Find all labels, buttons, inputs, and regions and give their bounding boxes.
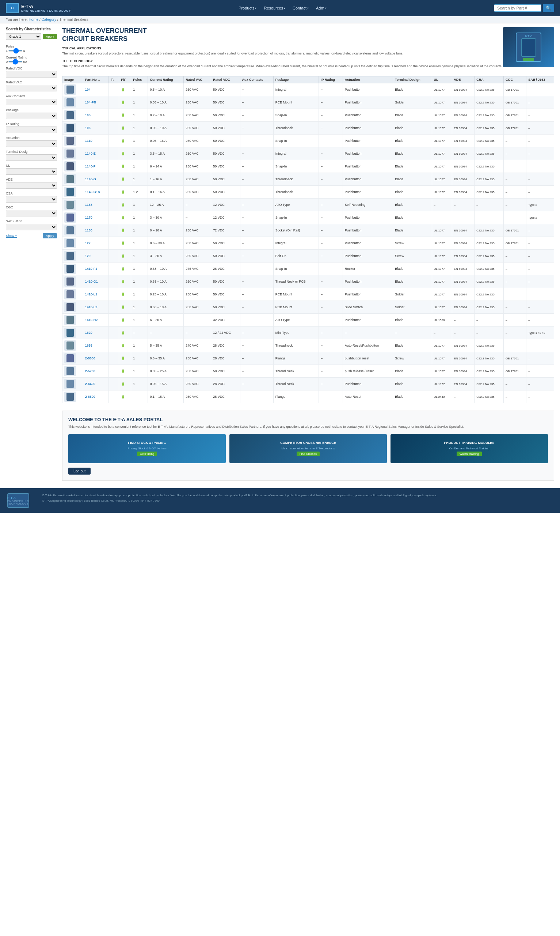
cell-package: ATO Type xyxy=(273,314,318,327)
cgc-select[interactable] xyxy=(6,210,57,216)
part-number-link[interactable]: 1410-F1 xyxy=(85,267,97,271)
get-pricing-button[interactable]: Get Pricing xyxy=(137,452,157,456)
cell-package: Integral xyxy=(273,83,318,96)
sidebar-actuation-section: Actuation xyxy=(6,136,57,147)
cell-ul: – xyxy=(432,327,452,339)
part-number-link[interactable]: 104-PR xyxy=(85,100,97,104)
part-number-link[interactable]: 127 xyxy=(85,241,91,245)
ip-rating-select[interactable] xyxy=(6,126,57,133)
part-number-link[interactable]: 1410-L2 xyxy=(85,305,97,309)
part-number-link[interactable]: 1110 xyxy=(85,139,92,143)
cell-image xyxy=(63,288,83,301)
poles-slider[interactable] xyxy=(8,50,22,52)
table-row: 1410-L2 🔋 1 0.63 – 10 A 250 VAC 50 VDC –… xyxy=(63,301,554,314)
table-row: 105 🔋 1 0.2 – 10 A 250 VAC 50 VDC – Snap… xyxy=(63,109,554,122)
part-number-link[interactable]: 2-6400 xyxy=(85,382,95,386)
vde-select[interactable] xyxy=(6,182,57,189)
sae-select[interactable] xyxy=(6,224,57,230)
part-number-link[interactable]: 1410-L1 xyxy=(85,293,97,296)
part-number-link[interactable]: 2-6500 xyxy=(85,395,95,399)
product-thumbnail xyxy=(64,161,76,171)
page-title: THERMAL OVERCURRENT CIRCUIT BREAKERS xyxy=(62,27,503,43)
part-number-link[interactable]: 1180 xyxy=(85,228,92,232)
current-slider[interactable] xyxy=(8,61,22,63)
rated-vac-select[interactable] xyxy=(6,85,57,91)
actuation-select[interactable] xyxy=(6,140,57,147)
part-number-link[interactable]: 104 xyxy=(85,88,91,91)
part-number-link[interactable]: 1658 xyxy=(85,344,92,347)
find-crosses-button[interactable]: Find Crosses xyxy=(297,452,320,456)
part-number-link[interactable]: 1140-F xyxy=(85,165,96,168)
part-number-link[interactable]: 1170 xyxy=(85,216,92,219)
cell-actuation: push release / reset xyxy=(343,365,393,378)
cell-sae: Type 1 / 2 / 3 xyxy=(526,327,554,339)
show-more-link[interactable]: Show + xyxy=(6,234,17,237)
cell-part-no: 1140-F xyxy=(83,160,109,173)
cell-cra: C22.2 No 235 xyxy=(474,339,504,352)
apply-grade-button[interactable]: Apply xyxy=(43,34,57,39)
cell-vdc: 50 VDC xyxy=(211,275,240,288)
product-thumbnail xyxy=(64,264,76,274)
apply-filters-button[interactable]: Apply xyxy=(43,233,57,238)
cell-package: Snap-In xyxy=(273,134,318,147)
terminal-select[interactable] xyxy=(6,154,57,161)
cell-aux: – xyxy=(240,352,273,365)
aux-contacts-select[interactable] xyxy=(6,99,57,105)
cell-vdc: 50 VDC xyxy=(211,96,240,109)
package-select[interactable] xyxy=(6,113,57,119)
nav-products[interactable]: Products ▾ xyxy=(235,5,259,12)
product-thumbnail xyxy=(64,225,76,236)
part-number-link[interactable]: 2-5000 xyxy=(85,356,95,360)
cell-terminal: Blade xyxy=(393,109,432,122)
terminal-design-label: Terminal Design xyxy=(6,150,57,154)
part-number-link[interactable]: 1610-H2 xyxy=(85,318,98,322)
chevron-down-icon: ▾ xyxy=(255,6,257,10)
part-number-link[interactable]: 1158 xyxy=(85,203,92,207)
nav-adm[interactable]: Adm ▾ xyxy=(313,5,329,12)
actuation-label: Actuation xyxy=(6,136,57,140)
cell-vde: EN 60934 xyxy=(452,147,474,160)
cell-cra: C22.2 No 235 xyxy=(474,288,504,301)
ul-select[interactable] xyxy=(6,168,57,175)
part-number-link[interactable]: 106 xyxy=(85,126,91,130)
cell-actuation: pushbutton reset xyxy=(343,352,393,365)
promo-card-pricing: FIND STOCK & PRICING Pricing, Stock & MO… xyxy=(68,434,226,463)
breadcrumb-home[interactable]: Home xyxy=(29,17,38,22)
cell-tf xyxy=(109,237,119,250)
cell-part-no: 129 xyxy=(83,250,109,262)
col-tf: T↓ xyxy=(109,76,119,83)
grade-select[interactable]: Grade 1 xyxy=(6,33,41,40)
search-input[interactable] xyxy=(494,5,542,12)
nav-contact[interactable]: Contact ▾ xyxy=(290,5,312,12)
cell-ul: UL 1077 xyxy=(432,250,452,262)
part-number-link[interactable]: 1140-E xyxy=(85,152,96,156)
watch-training-button[interactable]: Watch Training xyxy=(457,452,482,456)
table-row: 2-6400 🔋 1 0.05 – 15 A 250 VAC 28 VDC – … xyxy=(63,378,554,390)
table-row: 1410-G1 🔋 1 0.63 – 10 A 250 VAC 50 VDC –… xyxy=(63,275,554,288)
sidebar: Search by Characteristics Grade 1 Apply … xyxy=(6,27,57,481)
part-number-link[interactable]: 105 xyxy=(85,113,91,117)
part-number-link[interactable]: 129 xyxy=(85,254,91,258)
col-part-no[interactable]: Part No ▲ xyxy=(83,76,109,83)
cell-part-no: 1410-L2 xyxy=(83,301,109,314)
sort-icon: ▲ xyxy=(97,78,100,82)
part-number-link[interactable]: 1140-G xyxy=(85,177,96,181)
part-number-link[interactable]: 1620 xyxy=(85,331,92,335)
part-number-link[interactable]: 2-5700 xyxy=(85,369,95,373)
package-label: Package xyxy=(6,108,57,112)
logout-button[interactable]: Log out xyxy=(68,468,91,475)
part-number-link[interactable]: 1410-G1 xyxy=(85,280,98,283)
nav-resources[interactable]: Resources ▾ xyxy=(261,5,288,12)
cell-vde: EN 60934 xyxy=(452,288,474,301)
cell-poles: 1 xyxy=(131,224,148,237)
cell-current: 3 – 30 A xyxy=(148,211,184,224)
cell-ip: – xyxy=(319,199,343,211)
rated-vdc-select[interactable] xyxy=(6,71,57,77)
cell-actuation: Self-Resetting xyxy=(343,199,393,211)
breadcrumb-category[interactable]: Category xyxy=(42,17,57,22)
sidebar-sae-section: SAE / J163 xyxy=(6,219,57,230)
csa-select[interactable] xyxy=(6,196,57,202)
search-button[interactable]: 🔍 xyxy=(543,4,554,12)
cell-image xyxy=(63,262,83,275)
part-number-link[interactable]: 1140-G1S xyxy=(85,190,100,194)
